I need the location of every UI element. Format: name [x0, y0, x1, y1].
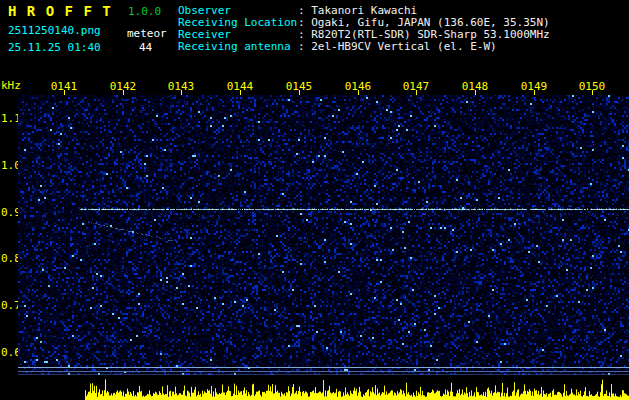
output-filename: 2511250140.png	[8, 24, 101, 37]
app-version: 1.0.0	[128, 5, 161, 18]
record-datetime: 25.11.25 01:40	[8, 41, 101, 54]
info-label: Receiving antenna	[178, 41, 298, 53]
header: H R O F F T 1.0.0 2511250140.png meteor …	[0, 0, 629, 78]
signal-level-canvas	[18, 375, 629, 400]
freq-unit-label: kHz	[1, 79, 21, 92]
info-row: Receiving antenna: 2el-HB9CV Vertical (e…	[178, 41, 550, 53]
spectrogram-canvas	[18, 95, 629, 375]
hrofft-output: H R O F F T 1.0.0 2511250140.png meteor …	[0, 0, 629, 400]
echo-count: 44	[139, 41, 152, 54]
mode-label: meteor	[127, 27, 167, 40]
info-block: Observer: Takanori KawachiReceiving Loca…	[178, 5, 550, 53]
app-title: H R O F F T	[8, 3, 112, 19]
info-value: : 2el-HB9CV Vertical (el. E-W)	[298, 40, 497, 53]
